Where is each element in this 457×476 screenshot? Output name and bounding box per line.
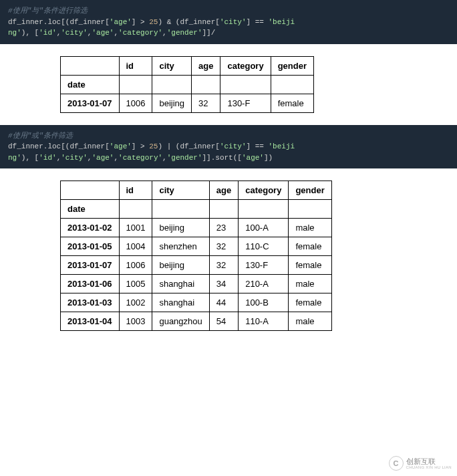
cell-id: 1006	[119, 94, 152, 112]
cell-gender: male	[289, 219, 331, 237]
table-wrap-2: id city age category gender date 2013-01…	[0, 168, 457, 343]
cell-category: 130-F	[239, 256, 289, 275]
code-line: ng'), ['id','city','age','category','gen…	[8, 152, 449, 164]
table-index-row: date	[61, 200, 332, 219]
code-line: df_inner.loc[(df_inner['age'] > 25) & (d…	[8, 17, 449, 28]
table-header: city	[152, 181, 209, 200]
cell-city: beijing	[152, 256, 209, 275]
table-header: id	[119, 56, 152, 75]
cell-id: 1006	[119, 256, 152, 275]
cell-date: 2013-01-02	[61, 219, 120, 237]
cell-category: 130-F	[220, 94, 271, 112]
cell-city: beijing	[152, 94, 192, 112]
table-row: 2013-01-04 1003 guangzhou 54 110-A male	[61, 312, 332, 331]
cell-age: 32	[209, 256, 238, 275]
cell-id: 1004	[119, 237, 152, 256]
table-row: 2013-01-02 1001 beijing 23 100-A male	[61, 219, 332, 237]
cell-id: 1002	[119, 293, 152, 312]
table-header: gender	[271, 56, 313, 75]
watermark: C 创新互联 CHUANG XIN HU LIAN	[389, 456, 452, 471]
cell-category: 100-A	[239, 219, 289, 237]
cell-age: 34	[209, 275, 238, 293]
cell-city: shanghai	[152, 275, 209, 293]
cell-age: 32	[209, 237, 238, 256]
code-line: ng'), ['id','city','age','category','gen…	[8, 27, 449, 39]
cell-date: 2013-01-07	[61, 256, 120, 275]
watermark-cn: 创新互联	[406, 457, 452, 465]
cell-category: 210-A	[239, 275, 289, 293]
table-header: age	[209, 181, 238, 200]
table-header: city	[152, 56, 192, 75]
cell-category: 110-A	[239, 312, 289, 331]
cell-gender: female	[289, 237, 331, 256]
code-comment: #使用"或"条件筛选	[8, 130, 449, 142]
cell-city: shenzhen	[152, 237, 209, 256]
cell-date: 2013-01-03	[61, 293, 120, 312]
cell-gender: female	[289, 293, 331, 312]
cell-city: guangzhou	[152, 312, 209, 331]
table-header	[61, 181, 120, 200]
code-line: df_inner.loc[(df_inner['age'] > 25) | (d…	[8, 141, 449, 152]
code-block-or: #使用"或"条件筛选 df_inner.loc[(df_inner['age']…	[0, 125, 457, 169]
table-row: 2013-01-03 1002 shanghai 44 100-B female	[61, 293, 332, 312]
index-label: date	[61, 200, 120, 219]
cell-date: 2013-01-05	[61, 237, 120, 256]
cell-age: 23	[209, 219, 238, 237]
table-wrap-1: id city age category gender date 2013-01…	[0, 44, 457, 125]
cell-id: 1003	[119, 312, 152, 331]
cell-date: 2013-01-04	[61, 312, 120, 331]
cell-gender: male	[289, 275, 331, 293]
table-row: 2013-01-05 1004 shenzhen 32 110-C female	[61, 237, 332, 256]
cell-gender: male	[289, 312, 331, 331]
table-row: 2013-01-07 1006 beijing 32 130-F female	[61, 94, 314, 112]
table-row: 2013-01-06 1005 shanghai 34 210-A male	[61, 275, 332, 293]
table-index-row: date	[61, 75, 314, 94]
table-header	[61, 56, 120, 75]
cell-id: 1005	[119, 275, 152, 293]
table-header-row: id city age category gender	[61, 56, 314, 75]
cell-city: beijing	[152, 219, 209, 237]
table-header: age	[192, 56, 220, 75]
watermark-text: 创新互联 CHUANG XIN HU LIAN	[406, 457, 452, 470]
cell-gender: female	[289, 256, 331, 275]
cell-category: 110-C	[239, 237, 289, 256]
table-header: category	[220, 56, 271, 75]
cell-date: 2013-01-06	[61, 275, 120, 293]
table-header-row: id city age category gender	[61, 181, 332, 200]
cell-age: 32	[192, 94, 220, 112]
cell-id: 1001	[119, 219, 152, 237]
result-table-1: id city age category gender date 2013-01…	[60, 56, 314, 113]
code-comment: #使用"与"条件进行筛选	[8, 5, 449, 17]
cell-age: 54	[209, 312, 238, 331]
table-header: category	[239, 181, 289, 200]
table-row: 2013-01-07 1006 beijing 32 130-F female	[61, 256, 332, 275]
table-header: gender	[289, 181, 331, 200]
cell-age: 44	[209, 293, 238, 312]
table-header: id	[119, 181, 152, 200]
index-label: date	[61, 75, 120, 94]
watermark-en: CHUANG XIN HU LIAN	[406, 465, 452, 470]
cell-gender: female	[271, 94, 313, 112]
result-table-2: id city age category gender date 2013-01…	[60, 181, 332, 331]
watermark-logo-icon: C	[389, 456, 404, 471]
cell-category: 100-B	[239, 293, 289, 312]
cell-city: shanghai	[152, 293, 209, 312]
code-block-and: #使用"与"条件进行筛选 df_inner.loc[(df_inner['age…	[0, 0, 457, 44]
cell-date: 2013-01-07	[61, 94, 120, 112]
